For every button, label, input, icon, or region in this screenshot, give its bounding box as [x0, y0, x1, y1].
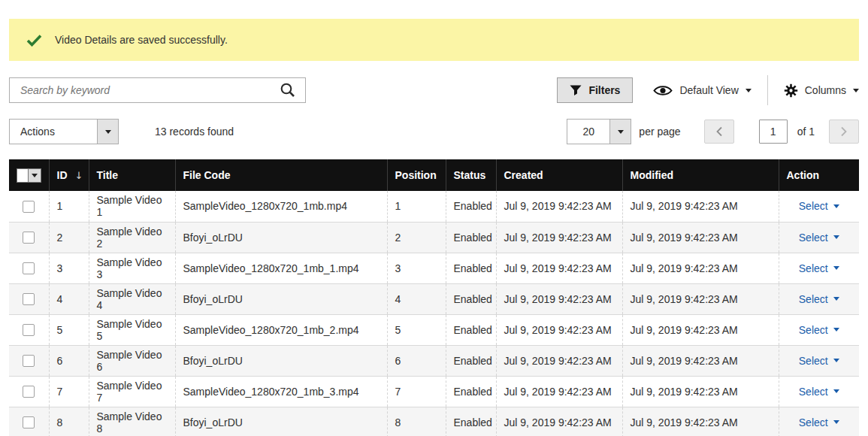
row-checkbox[interactable]	[23, 262, 35, 274]
row-checkbox[interactable]	[23, 386, 35, 398]
chevron-down-icon	[833, 359, 839, 362]
columns-control[interactable]: Columns	[784, 83, 859, 98]
actions-group: Actions 13 records found	[9, 119, 234, 144]
chevron-down-icon	[853, 89, 859, 92]
select-action-link[interactable]: Select	[799, 293, 839, 305]
cell-title: Sample Video 3	[89, 253, 175, 283]
table-row: 2 Sample Video 2 Bfoyi_oLrDU 2 Enabled J…	[9, 222, 859, 253]
eye-icon	[653, 84, 673, 97]
cell-created: Jul 9, 2019 9:42:23 AM	[496, 222, 622, 253]
sort-desc-icon: ↓	[75, 170, 83, 181]
table-row: 7 Sample Video 7 SampleVideo_1280x720_1m…	[9, 376, 859, 407]
table-row: 1 Sample Video 1 SampleVideo_1280x720_1m…	[9, 191, 859, 222]
select-all-checkbox[interactable]	[17, 168, 29, 183]
cell-title: Sample Video 8	[89, 407, 175, 436]
search-button[interactable]	[271, 78, 305, 102]
cell-position: 4	[387, 283, 446, 314]
prev-page-button[interactable]	[704, 120, 734, 144]
cell-status: Enabled	[446, 222, 496, 253]
cell-modified: Jul 9, 2019 9:42:23 AM	[622, 222, 779, 253]
column-header-id[interactable]: ID↓	[49, 159, 89, 191]
select-action-link[interactable]: Select	[799, 416, 839, 428]
cell-created: Jul 9, 2019 9:42:23 AM	[496, 253, 622, 283]
cell-title: Sample Video 6	[89, 345, 175, 376]
cell-status: Enabled	[446, 345, 496, 376]
chevron-down-icon	[833, 420, 839, 424]
cell-title: Sample Video 5	[89, 314, 175, 345]
cell-status: Enabled	[446, 283, 496, 314]
chevron-right-icon	[839, 126, 848, 138]
view-switcher[interactable]: Default View	[653, 84, 751, 97]
select-action-link[interactable]: Select	[799, 355, 839, 367]
cell-title: Sample Video 1	[89, 191, 175, 222]
select-action-link[interactable]: Select	[799, 262, 839, 274]
video-grid-page: Video Details are saved successfully. Fi…	[0, 0, 868, 436]
cell-status: Enabled	[446, 314, 496, 345]
cell-title: Sample Video 4	[89, 283, 175, 314]
table-row: 8 Sample Video 8 Bfoyi_oLrDU 8 Enabled J…	[9, 407, 859, 436]
chevron-left-icon	[715, 126, 724, 138]
cell-file-code: Bfoyi_oLrDU	[175, 283, 387, 314]
cell-position: 3	[387, 253, 446, 283]
cell-id: 1	[49, 191, 89, 222]
column-header-title[interactable]: Title	[89, 159, 175, 191]
cell-position: 5	[387, 314, 446, 345]
next-page-button[interactable]	[829, 120, 859, 144]
chevron-down-icon	[833, 389, 839, 393]
cell-created: Jul 9, 2019 9:42:23 AM	[496, 407, 622, 436]
cell-created: Jul 9, 2019 9:42:23 AM	[496, 191, 622, 222]
table-row: 5 Sample Video 5 SampleVideo_1280x720_1m…	[9, 314, 859, 345]
toolbar-divider	[767, 75, 768, 105]
cell-modified: Jul 9, 2019 9:42:23 AM	[622, 345, 779, 376]
chevron-down-icon	[746, 89, 752, 92]
cell-position: 8	[387, 407, 446, 436]
actions-dropdown[interactable]: Actions	[9, 119, 119, 144]
success-message-banner: Video Details are saved successfully.	[9, 19, 859, 61]
column-header-modified[interactable]: Modified	[622, 159, 779, 191]
cell-created: Jul 9, 2019 9:42:23 AM	[496, 283, 622, 314]
cell-created: Jul 9, 2019 9:42:23 AM	[496, 314, 622, 345]
chevron-down-icon	[833, 235, 839, 239]
page-number-input[interactable]	[759, 120, 788, 144]
grid-header-row: ID↓ Title File Code Position Status Crea…	[9, 159, 859, 191]
cell-id: 6	[49, 345, 89, 376]
select-all-dropdown[interactable]	[17, 168, 41, 183]
toolbar-right-group: Filters Default View	[557, 75, 859, 105]
row-checkbox[interactable]	[23, 416, 35, 428]
page-size-value: 20	[567, 120, 609, 144]
cell-created: Jul 9, 2019 9:42:23 AM	[496, 376, 622, 407]
cell-file-code: Bfoyi_oLrDU	[175, 345, 387, 376]
row-checkbox[interactable]	[23, 232, 35, 244]
select-all-header	[9, 159, 49, 191]
page-size-dropdown[interactable]: 20	[567, 119, 631, 144]
cell-modified: Jul 9, 2019 9:42:23 AM	[622, 314, 779, 345]
cell-title: Sample Video 2	[89, 222, 175, 253]
row-checkbox[interactable]	[23, 201, 35, 213]
page-size-caret	[609, 120, 631, 144]
select-action-link[interactable]: Select	[799, 200, 839, 212]
column-header-status[interactable]: Status	[446, 159, 496, 191]
row-checkbox[interactable]	[23, 293, 35, 305]
filters-button[interactable]: Filters	[557, 77, 633, 103]
select-action-link[interactable]: Select	[799, 386, 839, 398]
column-header-file-code[interactable]: File Code	[175, 159, 387, 191]
search-input[interactable]	[10, 84, 271, 96]
select-action-link[interactable]: Select	[799, 232, 839, 244]
videos-grid: ID↓ Title File Code Position Status Crea…	[9, 159, 859, 436]
cell-created: Jul 9, 2019 9:42:23 AM	[496, 345, 622, 376]
column-header-position[interactable]: Position	[387, 159, 446, 191]
row-checkbox[interactable]	[23, 355, 35, 367]
cell-status: Enabled	[446, 191, 496, 222]
actions-dropdown-value: Actions	[10, 120, 97, 144]
columns-label: Columns	[805, 84, 846, 96]
chevron-down-icon	[833, 328, 839, 332]
cell-id: 8	[49, 407, 89, 436]
column-header-created[interactable]: Created	[496, 159, 622, 191]
row-checkbox[interactable]	[23, 324, 35, 336]
cell-status: Enabled	[446, 376, 496, 407]
select-action-link[interactable]: Select	[799, 324, 839, 336]
column-header-action[interactable]: Action	[779, 159, 859, 191]
cell-modified: Jul 9, 2019 9:42:23 AM	[622, 376, 779, 407]
actions-dropdown-caret	[97, 120, 118, 144]
search-icon	[280, 82, 296, 98]
